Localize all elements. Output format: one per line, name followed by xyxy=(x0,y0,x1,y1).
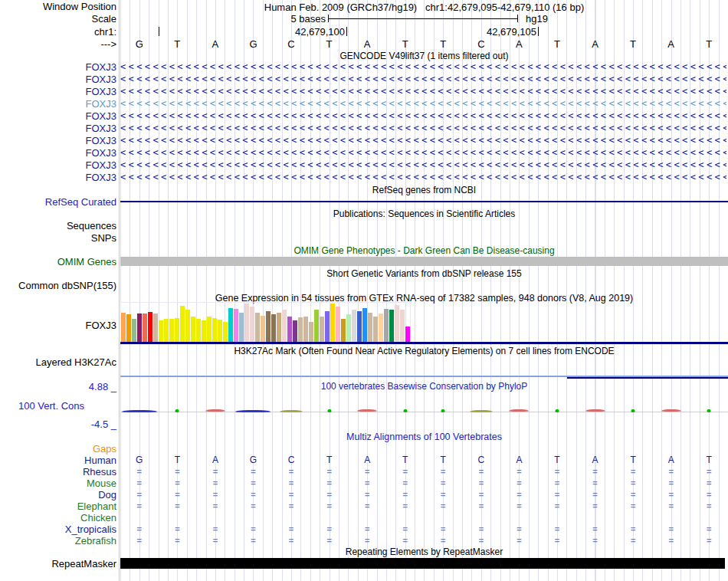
gene-label-foxj3[interactable]: FOXJ3 xyxy=(86,74,116,85)
multiz-species-label[interactable]: Dog xyxy=(98,489,116,501)
gtex-tissue-bar[interactable] xyxy=(271,314,276,342)
gtex-tissue-bar[interactable] xyxy=(185,310,190,342)
gtex-tissue-bar[interactable] xyxy=(405,327,410,342)
gene-transcript-row[interactable]: <<<<<<<<<<<<<<<<<<<<<<<<<<<<<<<<<<<<<<<<… xyxy=(120,62,726,71)
gtex-tissue-bar[interactable] xyxy=(282,310,287,342)
gtex-tissue-bar[interactable] xyxy=(207,317,212,342)
multiz-species-label[interactable]: Zebrafish xyxy=(75,535,116,547)
gtex-tissue-bar[interactable] xyxy=(298,317,303,342)
gtex-tissue-bar[interactable] xyxy=(218,320,222,342)
gene-label-foxj3[interactable]: FOXJ3 xyxy=(86,147,116,159)
omim-genes-label[interactable]: OMIM Genes xyxy=(57,256,116,268)
publications-snps-label[interactable]: SNPs xyxy=(91,232,116,244)
gene-label-foxj3[interactable]: FOXJ3 xyxy=(86,61,116,73)
gtex-tissue-bar[interactable] xyxy=(384,309,389,342)
gtex-tissue-bar[interactable] xyxy=(293,320,297,342)
gtex-tissue-bar[interactable] xyxy=(234,309,238,342)
gtex-tissue-bar[interactable] xyxy=(379,313,383,342)
gtex-tissue-bar[interactable] xyxy=(223,322,228,342)
gtex-tissue-bar[interactable] xyxy=(239,313,244,342)
gene-transcript-row[interactable]: <<<<<<<<<<<<<<<<<<<<<<<<<<<<<<<<<<<<<<<<… xyxy=(120,160,726,169)
gtex-tissue-bar[interactable] xyxy=(212,318,217,342)
gtex-tissue-bar[interactable] xyxy=(373,317,378,342)
gtex-tissue-bar[interactable] xyxy=(309,322,313,342)
multiz-species-label[interactable]: Elephant xyxy=(77,501,116,512)
gtex-tissue-bar[interactable] xyxy=(261,316,265,342)
gtex-tissue-bar[interactable] xyxy=(303,317,308,342)
gene-label-foxj3[interactable]: FOXJ3 xyxy=(86,98,116,110)
gtex-tissue-bar[interactable] xyxy=(196,319,201,342)
gene-label-foxj3[interactable]: FOXJ3 xyxy=(86,86,116,97)
multiz-species-label[interactable]: Rhesus xyxy=(83,466,116,478)
gtex-tissue-bar[interactable] xyxy=(159,320,163,342)
gtex-tissue-bar[interactable] xyxy=(137,313,142,342)
omim-gene-bar[interactable] xyxy=(120,257,728,266)
gtex-tissue-bar[interactable] xyxy=(143,313,147,342)
gtex-tissue-bar[interactable] xyxy=(244,304,249,342)
multiz-match-mark: = xyxy=(441,536,445,545)
multiz-human-base: A xyxy=(364,455,370,465)
gene-transcript-row[interactable]: <<<<<<<<<<<<<<<<<<<<<<<<<<<<<<<<<<<<<<<<… xyxy=(120,74,726,84)
gtex-tissue-bar[interactable] xyxy=(346,314,351,342)
gtex-tissue-bar[interactable] xyxy=(228,308,233,342)
gtex-tissue-bar[interactable] xyxy=(320,317,324,342)
layered-h3k27ac-label[interactable]: Layered H3K27Ac xyxy=(35,356,116,368)
gene-transcript-row[interactable]: <<<<<<<<<<<<<<<<<<<<<<<<<<<<<<<<<<<<<<<<… xyxy=(120,111,726,120)
repeatmasker-label[interactable]: RepeatMasker xyxy=(51,558,116,570)
gtex-tissue-bar[interactable] xyxy=(164,319,169,342)
gene-transcript-row[interactable]: <<<<<<<<<<<<<<<<<<<<<<<<<<<<<<<<<<<<<<<<… xyxy=(120,148,726,157)
gtex-tissue-bar[interactable] xyxy=(389,310,394,342)
gtex-gene-model-line[interactable] xyxy=(120,342,728,344)
multiz-species-label[interactable]: Mouse xyxy=(87,478,116,489)
conservation-track-label[interactable]: 100 Vert. Cons xyxy=(18,400,84,412)
gtex-tissue-bar[interactable] xyxy=(169,319,174,342)
gene-label-foxj3[interactable]: FOXJ3 xyxy=(86,159,116,171)
gtex-tissue-bar[interactable] xyxy=(341,319,346,342)
refseq-curated-label[interactable]: RefSeq Curated xyxy=(45,196,116,208)
gtex-tissue-bar[interactable] xyxy=(121,313,126,342)
gene-label-foxj3[interactable]: FOXJ3 xyxy=(86,123,116,134)
gtex-gene-label[interactable]: FOXJ3 xyxy=(86,320,116,331)
ruler-base-letter: T xyxy=(402,38,408,50)
gtex-tissue-bar[interactable] xyxy=(330,304,335,342)
gtex-tissue-bar[interactable] xyxy=(325,311,330,342)
gene-transcript-row[interactable]: <<<<<<<<<<<<<<<<<<<<<<<<<<<<<<<<<<<<<<<<… xyxy=(120,172,726,182)
gtex-tissue-bar[interactable] xyxy=(255,313,260,342)
gtex-tissue-bar[interactable] xyxy=(362,308,367,342)
repeatmasker-element-bar[interactable] xyxy=(120,558,725,569)
gtex-tissue-bar[interactable] xyxy=(336,307,340,342)
refseq-gene-line[interactable] xyxy=(120,201,728,202)
gene-transcript-row[interactable]: <<<<<<<<<<<<<<<<<<<<<<<<<<<<<<<<<<<<<<<<… xyxy=(120,136,726,145)
multiz-match-mark: = xyxy=(403,524,408,533)
gtex-tissue-bar[interactable] xyxy=(250,307,254,342)
gtex-tissue-bar[interactable] xyxy=(132,319,136,342)
gtex-tissue-bar[interactable] xyxy=(287,317,292,342)
gene-transcript-row[interactable]: <<<<<<<<<<<<<<<<<<<<<<<<<<<<<<<<<<<<<<<<… xyxy=(120,87,726,96)
gtex-tissue-bar[interactable] xyxy=(352,310,356,342)
multiz-match-mark: = xyxy=(555,501,559,510)
gtex-tissue-bar[interactable] xyxy=(314,310,319,342)
gene-transcript-row[interactable]: <<<<<<<<<<<<<<<<<<<<<<<<<<<<<<<<<<<<<<<<… xyxy=(120,99,726,108)
gene-label-foxj3[interactable]: FOXJ3 xyxy=(86,110,116,122)
multiz-species-label[interactable]: X_tropicalis xyxy=(65,524,116,535)
gene-label-foxj3[interactable]: FOXJ3 xyxy=(86,135,116,146)
gtex-tissue-bar[interactable] xyxy=(266,311,271,342)
multiz-species-label[interactable]: Human xyxy=(84,455,116,466)
gtex-tissue-bar[interactable] xyxy=(126,314,131,342)
gtex-tissue-bar[interactable] xyxy=(395,305,399,342)
gtex-tissue-bar[interactable] xyxy=(357,311,362,342)
gtex-tissue-bar[interactable] xyxy=(148,312,152,342)
common-dbsnp-label[interactable]: Common dbSNP(155) xyxy=(18,280,116,291)
gtex-tissue-bar[interactable] xyxy=(400,310,405,342)
gtex-tissue-bar[interactable] xyxy=(175,318,179,342)
gtex-tissue-bar[interactable] xyxy=(368,313,372,342)
gtex-tissue-bar[interactable] xyxy=(191,317,195,342)
multiz-species-label[interactable]: Chicken xyxy=(80,512,116,524)
gene-transcript-row[interactable]: <<<<<<<<<<<<<<<<<<<<<<<<<<<<<<<<<<<<<<<<… xyxy=(120,123,726,133)
gtex-tissue-bar[interactable] xyxy=(180,306,185,342)
gtex-tissue-bar[interactable] xyxy=(202,320,206,342)
gene-label-foxj3[interactable]: FOXJ3 xyxy=(86,172,116,183)
publications-sequences-label[interactable]: Sequences xyxy=(67,220,116,231)
gtex-tissue-bar[interactable] xyxy=(153,313,158,342)
gtex-tissue-bar[interactable] xyxy=(277,313,281,342)
